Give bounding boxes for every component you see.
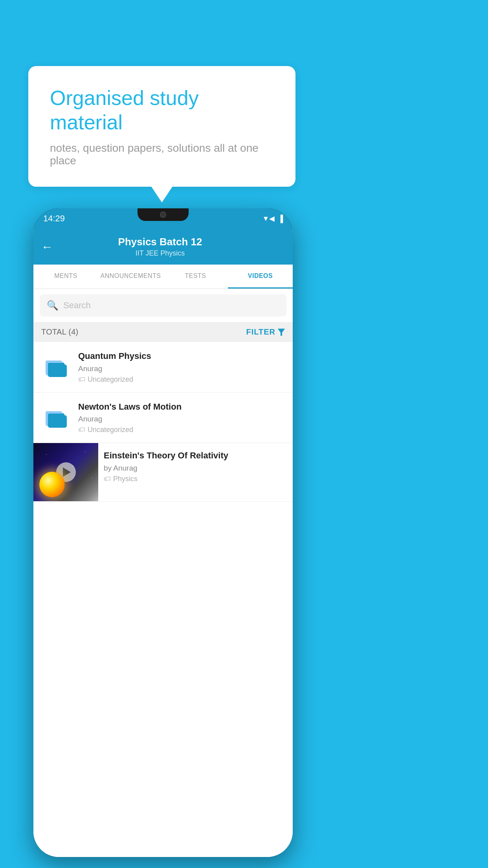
speech-bubble: Organised study material notes, question… (28, 66, 295, 187)
video-title-2: Newton's Laws of Motion (78, 401, 286, 413)
bubble-title: Organised study material (50, 86, 274, 135)
status-icons: ▼◀ ▐ (262, 214, 283, 223)
back-button[interactable]: ← (41, 240, 53, 254)
search-placeholder: Search (63, 300, 91, 311)
wifi-icon: ▼◀ (262, 214, 275, 223)
app-content: ← Physics Batch 12 IIT JEE Physics MENTS… (33, 229, 293, 857)
video-thumbnail (33, 443, 98, 501)
video-author-3: by Anurag (104, 464, 287, 473)
status-time: 14:29 (43, 213, 65, 224)
status-bar: 14:29 ▼◀ ▐ (33, 208, 293, 229)
video-author: Anurag (78, 364, 286, 373)
video-title: Quantum Physics (78, 351, 286, 362)
phone-frame: 14:29 ▼◀ ▐ ← Physics Batch 12 IIT JEE Ph… (33, 208, 293, 857)
list-item[interactable]: Newton's Laws of Motion Anurag 🏷 Uncateg… (33, 393, 293, 443)
video-title-3: Einstein's Theory Of Relativity (104, 450, 287, 462)
camera (160, 211, 166, 218)
tab-ments[interactable]: MENTS (33, 265, 98, 289)
video-list: Quantum Physics Anurag 🏷 Uncategorized (33, 342, 293, 857)
tabs-bar: MENTS ANNOUNCEMENTS TESTS VIDEOS (33, 265, 293, 289)
search-container: 🔍 Search (33, 289, 293, 322)
header-info: Physics Batch 12 IIT JEE Physics (59, 236, 261, 257)
header-title: Physics Batch 12 (59, 236, 261, 248)
bubble-subtitle: notes, question papers, solutions all at… (50, 142, 274, 167)
battery-icon: ▐ (278, 215, 283, 223)
video-author-2: Anurag (78, 415, 286, 423)
search-bar[interactable]: 🔍 Search (40, 294, 286, 316)
tab-videos[interactable]: VIDEOS (228, 265, 293, 289)
list-item-thumb[interactable]: Einstein's Theory Of Relativity by Anura… (33, 443, 293, 502)
notch (138, 208, 189, 221)
video-info-2: Newton's Laws of Motion Anurag 🏷 Uncateg… (78, 401, 286, 434)
search-icon: 🔍 (47, 300, 59, 311)
filter-bar: TOTAL (4) FILTER (33, 322, 293, 342)
video-tag-3: 🏷 Physics (104, 475, 287, 483)
video-tag-2: 🏷 Uncategorized (78, 426, 286, 434)
svg-marker-0 (278, 329, 285, 336)
filter-button[interactable]: FILTER (246, 327, 285, 337)
sphere-glow (39, 472, 65, 497)
video-folder-icon-2 (40, 401, 72, 433)
tab-tests[interactable]: TESTS (163, 265, 228, 289)
tag-icon: 🏷 (78, 375, 85, 384)
video-info: Quantum Physics Anurag 🏷 Uncategorized (78, 351, 286, 384)
video-tag: 🏷 Uncategorized (78, 375, 286, 384)
total-count: TOTAL (4) (41, 327, 79, 337)
tag-icon-3: 🏷 (104, 475, 111, 483)
app-header: ← Physics Batch 12 IIT JEE Physics (33, 229, 293, 265)
list-item[interactable]: Quantum Physics Anurag 🏷 Uncategorized (33, 342, 293, 393)
video-folder-icon (40, 351, 72, 382)
filter-icon (278, 329, 285, 336)
header-subtitle: IIT JEE Physics (59, 249, 261, 257)
tag-icon-2: 🏷 (78, 426, 85, 434)
video-info-3: Einstein's Theory Of Relativity by Anura… (98, 443, 293, 490)
tab-announcements[interactable]: ANNOUNCEMENTS (98, 265, 163, 289)
